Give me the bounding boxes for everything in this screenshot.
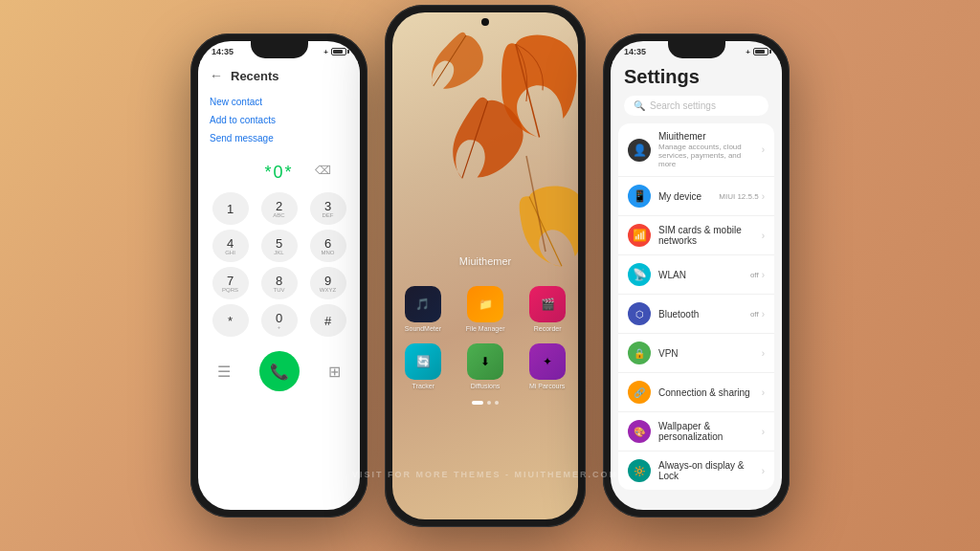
punch-hole (481, 18, 489, 26)
dial-row-4: * 0+ # (206, 304, 352, 337)
dial-key-3[interactable]: 3DEF (310, 192, 346, 225)
dialpad: 1 2ABC 3DEF 4GHI 5JKL 6MNO 7PQRS 8TUV 9W… (198, 188, 360, 345)
dialer-display: *0* (198, 151, 360, 188)
settings-item-aod[interactable]: 🔆 Always-on display & Lock › (618, 452, 774, 490)
phone-icon: 📞 (270, 363, 289, 381)
dial-key-7[interactable]: 7PQRS (212, 267, 249, 299)
bluetooth-status: off (750, 310, 759, 319)
home-user-label: Miuithemer (392, 255, 578, 267)
bluetooth-icon: ⬡ (628, 302, 651, 325)
dialer-number-row: *0* ⌫ (198, 151, 360, 188)
bluetooth-title: Bluetooth (658, 309, 743, 320)
miuithemer-content: Miuithemer Manage accounts, cloud servic… (658, 131, 754, 168)
wlan-title: WLAN (658, 270, 743, 280)
mydevice-right: MIUI 12.5.5 › (719, 191, 765, 202)
chevron-icon-mydevice: › (762, 191, 765, 202)
dial-row-2: 4GHI 5JKL 6MNO (206, 230, 352, 262)
dial-key-star[interactable]: * (212, 304, 249, 337)
sim-title: SIM cards & mobile networks (658, 225, 754, 246)
app-diffusions[interactable]: ⬇ Diffusions (467, 343, 503, 389)
settings-title: Settings (624, 66, 768, 88)
chevron-icon-bluetooth: › (762, 309, 765, 320)
app-diffusions-label: Diffusions (471, 383, 501, 389)
app-filemanager[interactable]: 📁 File Manager (466, 286, 505, 332)
settings-item-mydevice[interactable]: 📱 My device MIUI 12.5.5 › (618, 177, 774, 216)
status-time-settings: 14:35 (624, 47, 646, 56)
settings-item-sim[interactable]: 📶 SIM cards & mobile networks › (618, 216, 774, 255)
home-app-grid: Miuithemer 🎵 SoundMeter 📁 File Manager 🎬… (392, 255, 578, 405)
search-bar[interactable]: 🔍 Search settings (624, 96, 768, 116)
wlan-right: off › (750, 270, 765, 280)
dial-key-4[interactable]: 4GHI (212, 230, 249, 262)
menu-icon[interactable]: ☰ (217, 363, 231, 381)
settings-item-bluetooth[interactable]: ⬡ Bluetooth off › (618, 295, 774, 334)
dial-key-8[interactable]: 8TUV (261, 267, 298, 299)
vpn-title: VPN (658, 348, 754, 359)
wlan-icon: 📡 (628, 263, 651, 286)
app-mi[interactable]: ✦ Mi Parcours (529, 343, 566, 389)
dial-key-2[interactable]: 2ABC (261, 192, 298, 225)
app-tracker[interactable]: 🔄 Tracker (405, 343, 441, 389)
battery-icon-settings (753, 48, 768, 55)
wlan-status: off (750, 271, 759, 279)
miui-version: MIUI 12.5.5 (719, 192, 758, 201)
sim-icon: 📶 (628, 224, 651, 247)
phone-settings: 14:35 + Settings 🔍 Search settings 👤 (603, 33, 790, 518)
status-time-p1: 14:35 (212, 47, 234, 56)
app-filemanager-icon: 📁 (467, 286, 503, 322)
sim-right: › (762, 231, 765, 241)
dial-key-0[interactable]: 0+ (261, 304, 298, 337)
vpn-icon: 🔒 (628, 342, 651, 364)
settings-item-vpn[interactable]: 🔒 VPN › (618, 334, 774, 373)
dial-row-3: 7PQRS 8TUV 9WXYZ (206, 267, 352, 299)
app-recorder[interactable]: 🎬 Recorder (529, 286, 566, 332)
settings-item-connection[interactable]: 🔗 Connection & sharing › (618, 373, 774, 412)
phone-dialer: 14:35 + ← Recents New contact Add to con… (190, 33, 368, 518)
settings-item-wallpaper[interactable]: 🎨 Wallpaper & personalization › (618, 412, 774, 452)
chevron-icon-wlan: › (762, 270, 765, 280)
miuithemer-subtitle: Manage accounts, cloud services, payment… (658, 143, 754, 168)
add-to-contacts-btn[interactable]: Add to contacts (210, 111, 348, 129)
connection-icon: 🔗 (628, 381, 651, 404)
dialer-bottom-bar: ☰ 📞 ⊞ (198, 345, 360, 399)
dial-key-1[interactable]: 1 (212, 192, 249, 225)
send-message-btn[interactable]: Send message (210, 129, 348, 147)
plus-icon: + (323, 48, 328, 56)
connection-right: › (762, 387, 765, 398)
svg-line-0 (526, 156, 546, 252)
app-tracker-icon: 🔄 (405, 343, 441, 380)
back-button[interactable]: ← (210, 68, 223, 83)
app-row-1: 🎵 SoundMeter 📁 File Manager 🎬 Recorder (392, 286, 578, 332)
wallpaper-title: Wallpaper & personalization (658, 421, 754, 442)
dialpad-icon[interactable]: ⊞ (328, 363, 341, 381)
chevron-icon-connection: › (762, 387, 765, 398)
dial-key-5[interactable]: 5JKL (261, 230, 298, 262)
settings-item-miuithemer[interactable]: 👤 Miuithemer Manage accounts, cloud serv… (618, 123, 774, 177)
dial-key-9[interactable]: 9WXYZ (310, 267, 346, 299)
app-recorder-icon: 🎬 (529, 286, 566, 322)
dial-key-hash[interactable]: # (310, 304, 346, 337)
chevron-icon-aod: › (762, 466, 765, 476)
settings-item-wlan[interactable]: 📡 WLAN off › (618, 255, 774, 295)
bluetooth-content: Bluetooth (658, 309, 743, 320)
chevron-icon: › (762, 144, 765, 155)
app-filemanager-label: File Manager (466, 325, 505, 332)
dial-key-6[interactable]: 6MNO (310, 230, 346, 262)
notch-settings (668, 41, 725, 58)
delete-button[interactable]: ⌫ (315, 164, 331, 177)
call-button[interactable]: 📞 (259, 351, 300, 391)
recents-title: Recents (231, 69, 279, 83)
app-soundmeter[interactable]: 🎵 SoundMeter (405, 286, 441, 332)
status-icons-settings: + (746, 48, 768, 56)
settings-list: 👤 Miuithemer Manage accounts, cloud serv… (618, 123, 774, 490)
mydevice-icon: 📱 (628, 185, 651, 208)
new-contact-btn[interactable]: New contact (210, 93, 348, 111)
miuithemer-icon: 👤 (628, 139, 651, 162)
aod-icon: 🔆 (628, 459, 651, 482)
app-tracker-label: Tracker (412, 383, 434, 389)
search-icon: 🔍 (634, 100, 645, 111)
app-recorder-label: Recorder (534, 325, 562, 332)
app-mi-label: Mi Parcours (529, 383, 565, 389)
plus-icon-settings: + (746, 48, 750, 56)
search-placeholder: Search settings (650, 100, 716, 111)
